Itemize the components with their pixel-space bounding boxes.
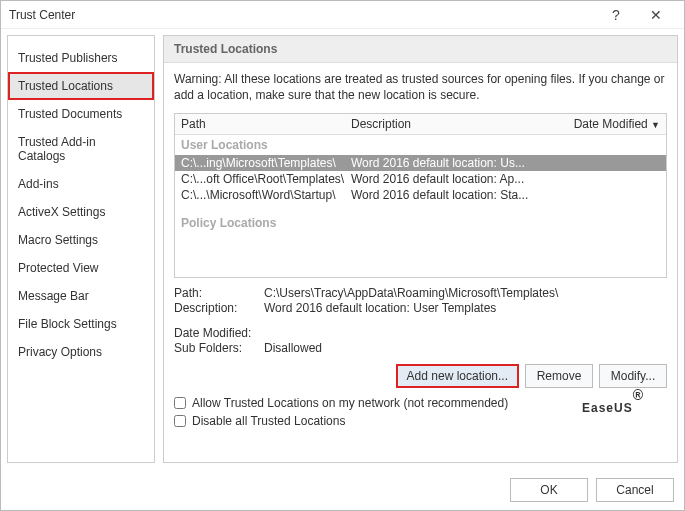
detail-date-label: Date Modified: (174, 326, 264, 340)
col-description[interactable]: Description (345, 114, 566, 134)
cell-path: C:\...ing\Microsoft\Templates\ (181, 156, 351, 170)
cell-date (560, 172, 660, 186)
modify-button[interactable]: Modify... (599, 364, 667, 388)
dialog-footer: OK Cancel (510, 478, 674, 502)
remove-button[interactable]: Remove (525, 364, 593, 388)
disable-all-label: Disable all Trusted Locations (192, 414, 345, 428)
cell-path: C:\...oft Office\Root\Templates\ (181, 172, 351, 186)
selection-details: Path:C:\Users\Tracy\AppData\Roaming\Micr… (164, 278, 677, 360)
category-sidebar: Trusted Publishers Trusted Locations Tru… (7, 35, 155, 463)
sidebar-item-trusted-publishers[interactable]: Trusted Publishers (8, 44, 154, 72)
disable-all-checkbox[interactable]: Disable all Trusted Locations (164, 412, 677, 430)
group-user-locations: User Locations (175, 135, 666, 155)
close-icon[interactable]: ✕ (636, 7, 676, 23)
sidebar-item-macro-settings[interactable]: Macro Settings (8, 226, 154, 254)
sidebar-item-trusted-locations[interactable]: Trusted Locations (8, 72, 154, 100)
detail-date-value (264, 326, 667, 340)
panel-heading: Trusted Locations (164, 36, 677, 63)
ok-button[interactable]: OK (510, 478, 588, 502)
cell-desc: Word 2016 default location: Us... (351, 156, 560, 170)
sidebar-item-addins[interactable]: Add-ins (8, 170, 154, 198)
cell-desc: Word 2016 default location: Ap... (351, 172, 560, 186)
cell-path: C:\...\Microsoft\Word\Startup\ (181, 188, 351, 202)
detail-path-label: Path: (174, 286, 264, 300)
locations-table: Path Description Date Modified ▼ User Lo… (174, 113, 667, 278)
allow-network-input[interactable] (174, 397, 186, 409)
detail-subfolders-value: Disallowed (264, 341, 667, 355)
table-row[interactable]: C:\...oft Office\Root\Templates\ Word 20… (175, 171, 666, 187)
action-button-row: Add new location... Remove Modify... (164, 360, 677, 394)
detail-subfolders-label: Sub Folders: (174, 341, 264, 355)
warning-text: Warning: All these locations are treated… (164, 63, 677, 109)
main-panel: Trusted Locations Warning: All these loc… (163, 35, 678, 463)
cell-date (560, 188, 660, 202)
table-row[interactable]: C:\...\Microsoft\Word\Startup\ Word 2016… (175, 187, 666, 203)
sidebar-item-trusted-addin-catalogs[interactable]: Trusted Add-in Catalogs (8, 128, 154, 170)
cell-desc: Word 2016 default location: Sta... (351, 188, 560, 202)
group-policy-locations: Policy Locations (175, 213, 666, 233)
allow-network-label: Allow Trusted Locations on my network (n… (192, 396, 508, 410)
col-date-modified[interactable]: Date Modified ▼ (566, 114, 666, 134)
detail-path-value: C:\Users\Tracy\AppData\Roaming\Microsoft… (264, 286, 667, 300)
detail-desc-value: Word 2016 default location: User Templat… (264, 301, 667, 315)
titlebar: Trust Center ? ✕ (1, 1, 684, 29)
help-icon[interactable]: ? (596, 7, 636, 23)
sidebar-item-trusted-documents[interactable]: Trusted Documents (8, 100, 154, 128)
allow-network-checkbox[interactable]: Allow Trusted Locations on my network (n… (164, 394, 677, 412)
sort-indicator-icon: ▼ (651, 120, 660, 130)
sidebar-item-protected-view[interactable]: Protected View (8, 254, 154, 282)
detail-desc-label: Description: (174, 301, 264, 315)
window-title: Trust Center (9, 8, 596, 22)
cancel-button[interactable]: Cancel (596, 478, 674, 502)
table-row[interactable]: C:\...ing\Microsoft\Templates\ Word 2016… (175, 155, 666, 171)
col-path[interactable]: Path (175, 114, 345, 134)
sidebar-item-message-bar[interactable]: Message Bar (8, 282, 154, 310)
table-header: Path Description Date Modified ▼ (175, 114, 666, 135)
trust-center-dialog: Trust Center ? ✕ Trusted Publishers Trus… (0, 0, 685, 511)
disable-all-input[interactable] (174, 415, 186, 427)
sidebar-item-privacy-options[interactable]: Privacy Options (8, 338, 154, 366)
cell-date (560, 156, 660, 170)
add-new-location-button[interactable]: Add new location... (396, 364, 519, 388)
sidebar-item-file-block-settings[interactable]: File Block Settings (8, 310, 154, 338)
sidebar-item-activex-settings[interactable]: ActiveX Settings (8, 198, 154, 226)
